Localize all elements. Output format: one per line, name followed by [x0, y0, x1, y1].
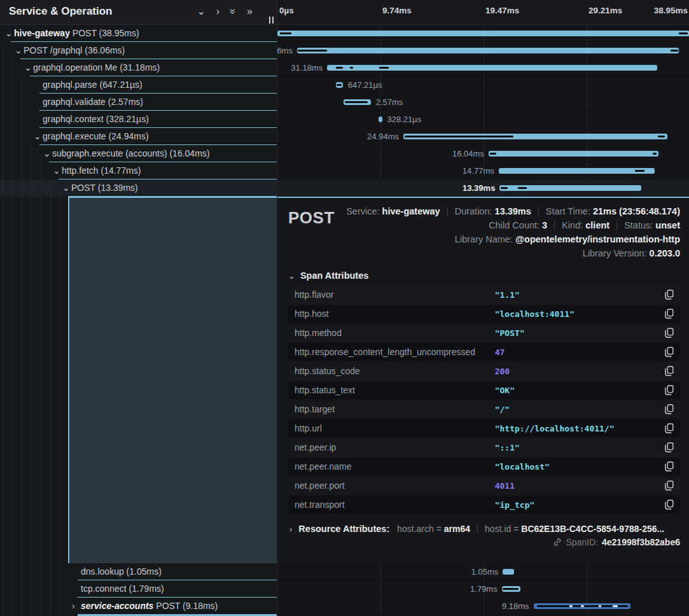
- span-bar[interactable]: [297, 48, 679, 53]
- copy-button[interactable]: [661, 403, 674, 415]
- copy-button[interactable]: [661, 365, 674, 377]
- copy-icon: [665, 309, 674, 319]
- chevron-down-icon[interactable]: ⌄: [34, 128, 41, 144]
- indent-guide: [3, 42, 3, 59]
- attribute-value: 47: [495, 347, 661, 357]
- chevron-down-icon[interactable]: ⌄: [62, 179, 70, 196]
- column-resize-handle[interactable]: [269, 17, 274, 24]
- span-tree-row[interactable]: ⌄POST (13.39ms): [0, 179, 277, 197]
- attribute-value: "::1": [495, 443, 661, 452]
- attribute-key: net.peer.port: [295, 480, 495, 491]
- ruler-tick: 19.47ms: [485, 6, 519, 15]
- copy-button[interactable]: [661, 327, 674, 339]
- timeline-row[interactable]: 13.39ms: [277, 179, 689, 197]
- indent-guide: [12, 76, 13, 94]
- span-tree-row[interactable]: ⌄subgraph.execute (accounts) (16.04ms): [0, 145, 277, 162]
- span-bar[interactable]: [379, 116, 382, 122]
- resource-attributes-row[interactable]: › Resource Attributes: host.arch = arm64…: [288, 524, 680, 534]
- detail-meta-line: Library Version: 0.203.0: [346, 246, 680, 260]
- indent-guide: [41, 598, 41, 615]
- span-detail-panel: POST Service: hive-gatewayDuration: 13.3…: [277, 197, 689, 563]
- span-bar[interactable]: [499, 168, 655, 174]
- span-tree-row[interactable]: ⌄http.fetch (14.77ms): [0, 162, 277, 179]
- tree-header-toolbar: ⌄ › » »: [197, 6, 253, 17]
- span-tree-row[interactable]: tcp.connect (1.79ms): [0, 580, 277, 598]
- span-tree-row[interactable]: ›service-accounts POST (9.18ms): [0, 598, 277, 615]
- timeline-row[interactable]: 16.04ms: [277, 145, 689, 162]
- copy-button[interactable]: [661, 423, 674, 434]
- span-tree-row[interactable]: ⌄graphql.operation Me (31.18ms): [0, 59, 277, 76]
- timeline-row[interactable]: 31.18ms: [277, 59, 689, 76]
- timeline-row[interactable]: [277, 25, 689, 42]
- timeline-rows-bottom: 1.05ms1.79ms9.18ms: [277, 563, 689, 615]
- chevron-down-icon[interactable]: ⌄: [15, 42, 22, 59]
- meta-value: 21ms (23:56:48.174): [593, 206, 680, 216]
- span-id-label: SpanID:: [566, 537, 598, 547]
- expand-all-icon[interactable]: »: [247, 6, 253, 17]
- chevron-right-icon[interactable]: ›: [72, 598, 80, 614]
- timeline-row[interactable]: 328.21µs: [277, 111, 689, 128]
- indent-guide: [3, 580, 3, 598]
- timeline-row[interactable]: 24.94ms: [277, 128, 689, 145]
- copy-button[interactable]: [661, 289, 674, 300]
- attribute-value: "http://localhost:4011/": [495, 424, 661, 433]
- child-span-mark: [350, 67, 353, 69]
- chevron-down-icon[interactable]: ⌄: [53, 162, 60, 179]
- timeline-row[interactable]: 1.05ms: [277, 563, 689, 580]
- indent-guide: [50, 563, 51, 580]
- span-tree-row[interactable]: ⌄hive-gateway POST (38.95ms): [0, 25, 277, 42]
- indent-guide: [41, 563, 41, 580]
- span-tree-row[interactable]: ⌄POST /graphql (36.06ms): [0, 42, 277, 59]
- chevron-down-icon[interactable]: ⌄: [43, 145, 51, 162]
- attribute-key: http.target: [295, 404, 495, 414]
- copy-button[interactable]: [661, 384, 674, 396]
- timeline-row[interactable]: 14.77ms: [277, 162, 689, 179]
- separator: [616, 221, 617, 230]
- indent-guide: [22, 563, 22, 580]
- indent-guide: [31, 145, 32, 162]
- copy-button[interactable]: [661, 499, 674, 510]
- expand-one-icon[interactable]: ›: [216, 6, 219, 17]
- copy-button[interactable]: [661, 480, 674, 491]
- resource-key: host.arch: [397, 524, 434, 534]
- indent-guide: [22, 580, 22, 598]
- child-span-mark: [405, 136, 513, 137]
- collapse-all-icon[interactable]: »: [228, 9, 239, 15]
- detail-indent-guides: [0, 197, 68, 563]
- attribute-row: net.peer.ip"::1": [288, 438, 680, 456]
- timeline-row[interactable]: 647.21µs: [277, 76, 689, 94]
- indent-guide: [12, 197, 13, 563]
- chevron-down-icon[interactable]: ⌄: [5, 25, 13, 41]
- timeline-row[interactable]: 2.57ms: [277, 94, 689, 111]
- span-bar[interactable]: [327, 65, 657, 71]
- attribute-value: 4011: [495, 481, 661, 491]
- span-tree-row[interactable]: ⌄graphql.execute (24.94ms): [0, 128, 277, 145]
- copy-button[interactable]: [661, 346, 674, 358]
- span-bar[interactable]: [489, 151, 658, 157]
- copy-button[interactable]: [661, 442, 674, 453]
- span-label: http.fetch (14.77ms): [62, 162, 141, 179]
- span-tree-row[interactable]: graphql.validate (2.57ms): [0, 94, 277, 111]
- child-span-mark: [635, 170, 644, 172]
- copy-button[interactable]: [661, 461, 674, 472]
- span-tree-row[interactable]: dns.lookup (1.05ms): [0, 563, 277, 580]
- indent-guide: [22, 162, 22, 179]
- span-attributes-header[interactable]: ⌄ Span Attributes: [288, 270, 680, 281]
- link-icon: [553, 538, 562, 547]
- timeline-row[interactable]: 36.06ms: [277, 42, 689, 59]
- child-span-mark: [280, 32, 291, 34]
- indent-guide: [60, 598, 60, 615]
- meta-label: Kind:: [562, 220, 585, 230]
- collapse-one-icon[interactable]: ⌄: [197, 6, 205, 17]
- attribute-key: net.peer.ip: [295, 442, 495, 452]
- chevron-down-icon[interactable]: ⌄: [24, 59, 32, 76]
- span-label: subgraph.execute (accounts) (16.04ms): [52, 145, 209, 162]
- span-bar[interactable]: [277, 31, 689, 36]
- copy-button[interactable]: [661, 308, 674, 319]
- timeline-row[interactable]: 1.79ms: [277, 580, 689, 598]
- span-tree-row[interactable]: graphql.context (328.21µs): [0, 111, 277, 128]
- meta-value: 3: [542, 220, 547, 230]
- timeline-row[interactable]: 9.18ms: [277, 598, 689, 615]
- span-tree-row[interactable]: graphql.parse (647.21µs): [0, 76, 277, 94]
- span-bar[interactable]: [503, 569, 513, 575]
